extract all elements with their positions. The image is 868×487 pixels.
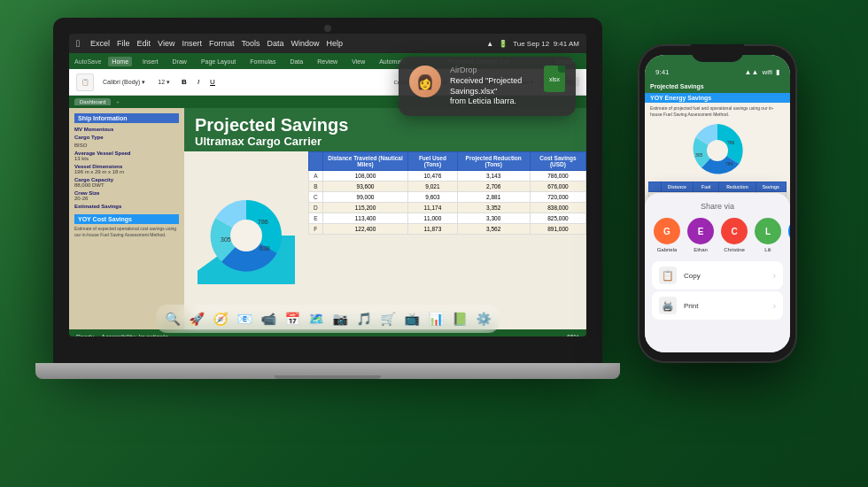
row-b-savings: 676,000 [530,182,585,192]
ribbon-tab-insert[interactable]: Insert [139,57,162,66]
menu-excel[interactable]: Excel [90,39,110,48]
iphone-wifi-icon: wifi [762,68,772,76]
pie-chart: 786 638 305 [198,187,295,284]
contact-avatar-lili: L [755,218,781,244]
ship-row-vessel: MV Momentous [74,127,179,132]
data-table: Distance Traveled (Nautical Miles) Fuel … [308,151,586,235]
contact-name-christine: Christine [724,247,745,252]
ship-row-savings: Estimated Savings [74,204,179,209]
iphone-status-right: ▲▲ wifi ▮ [745,68,779,76]
ribbon-tab-formulas[interactable]: Formulas [246,57,279,66]
col-header-route [309,152,323,171]
row-e-distance: 113,400 [322,213,408,224]
dock-icon-finder[interactable]: 🔍 [162,308,183,329]
row-d-label: D [309,203,323,213]
row-f-distance: 122,400 [322,224,408,235]
dock-icon-numbers[interactable]: 📊 [425,308,446,329]
row-d-reduction: 3,352 [457,203,530,213]
status-ready: Ready [76,334,94,337]
dock-icon-safari[interactable]: 🧭 [210,308,231,329]
row-b-label: B [309,182,323,192]
share-option-print[interactable]: 🖨️ Print › [652,291,783,320]
toolbar-paste[interactable]: 📋 [76,73,94,91]
ship-value-crew: 20-26 [74,196,179,201]
airdrop-body: Received "Projected Savings.xlsx" from L… [450,76,535,107]
ship-label-vessel: MV Momentous [74,127,179,132]
ribbon-tab-review[interactable]: Review [314,57,341,66]
row-a-fuel: 10,476 [408,171,457,182]
row-c-distance: 99,000 [322,192,408,203]
contact-ethan[interactable]: E Ethan [687,218,714,252]
row-a-savings: 786,000 [530,171,585,182]
toolbar-italic[interactable]: I [195,78,202,86]
ribbon-tab-home[interactable]: Home [108,57,132,66]
ship-row-crew: Crew Size 20-26 [74,190,179,201]
dock-icon-settings[interactable]: ⚙️ [473,308,494,329]
dock-icon-launchpad[interactable]: 🚀 [186,308,207,329]
yoy-header: YOY Cost Savings [74,214,179,224]
svg-text:305: 305 [695,152,703,158]
dock-icon-music[interactable]: 🎵 [353,308,375,329]
menu-insert[interactable]: Insert [182,39,202,48]
ribbon-tab-data[interactable]: Data [286,57,306,66]
svg-text:786: 786 [727,140,735,145]
airdrop-title: AirDrop [450,66,535,74]
row-c-label: C [309,192,323,203]
row-a-distance: 108,000 [322,171,408,182]
row-f-reduction: 3,562 [457,224,530,235]
dock-icon-maps[interactable]: 🗺️ [306,308,327,329]
col-header-fuel: Fuel Used (Tons) [408,152,457,171]
menu-format[interactable]: Format [209,39,235,48]
iphone-share-sheet: Share via G Gabriela E Ethan C [645,193,790,352]
menu-data[interactable]: Data [267,39,283,48]
battery-icon: 🔋 [499,40,508,48]
copy-chevron-icon: › [773,271,776,281]
dock-icon-photos[interactable]: 📷 [329,308,351,329]
menu-file[interactable]: File [117,39,130,48]
menu-items: Excel File Edit View Insert Format Tools… [90,39,343,48]
share-option-copy[interactable]: 📋 Copy › [652,261,783,290]
sheet-tab-dashboard[interactable]: Dashboard [74,98,111,105]
contact-christine[interactable]: C Christine [721,218,748,252]
toolbar-size[interactable]: 12 ▾ [154,79,174,86]
ship-value-capacity: 88,000 DWT [74,182,179,188]
svg-point-5 [707,140,728,161]
print-chevron-icon: › [773,301,776,311]
menu-help[interactable]: Help [327,39,344,48]
contact-gabriela[interactable]: G Gabriela [654,218,680,252]
toolbar-font[interactable]: Calibri (Body) ▾ [99,79,149,86]
contact-airdrop[interactable]: ↑ AirDrop [788,218,790,252]
excel-main: Projected Savings Ultramax Cargo Carrier [184,108,586,329]
dock-icon-tv[interactable]: 📺 [401,308,422,329]
sheet-tab-plus[interactable]: + [116,99,120,104]
ship-row-dimensions: Vessel Dimensions 196 m x 29 m x 18 m [74,164,179,174]
copy-label: Copy [684,272,701,280]
row-e-savings: 825,000 [530,213,585,224]
menu-view[interactable]: View [158,39,174,48]
dock-icon-facetime[interactable]: 📹 [258,308,279,329]
table-row: F 122,400 11,873 3,562 891,000 [309,224,586,235]
ship-row-speed: Average Vessel Speed 13 kts [74,151,179,161]
dock-icon-calendar[interactable]: 📅 [282,308,303,329]
menu-edit[interactable]: Edit [137,39,151,48]
table-row: B 93,600 9,021 2,706 676,000 [309,182,586,192]
ship-label-cargo: Cargo Type [74,135,179,140]
airdrop-notification[interactable]: 👩 AirDrop Received "Projected Savings.xl… [399,57,576,116]
ribbon-tab-view[interactable]: View [348,57,368,66]
contact-lili[interactable]: L Lili [755,218,781,252]
dock-icon-mail[interactable]: 📧 [234,308,255,329]
iphone-signal-icon: ▲▲ [745,68,759,76]
ribbon-tab-pagelayout[interactable]: Page Layout [198,57,239,66]
row-f-savings: 891,000 [530,224,585,235]
excel-content: Ship Information MV Momentous Cargo Type… [69,108,586,329]
toolbar-underline[interactable]: U [207,78,218,86]
toolbar-bold[interactable]: B [179,78,190,86]
dock-icon-excel[interactable]: 📗 [449,308,470,329]
menu-window[interactable]: Window [291,39,320,48]
row-b-fuel: 9,021 [408,182,457,192]
menu-tools[interactable]: Tools [241,39,260,48]
row-b-reduction: 2,706 [457,182,530,192]
row-d-savings: 838,000 [530,203,585,213]
ribbon-tab-draw[interactable]: Draw [169,57,190,66]
dock-icon-appstore[interactable]: 🛒 [377,308,399,329]
